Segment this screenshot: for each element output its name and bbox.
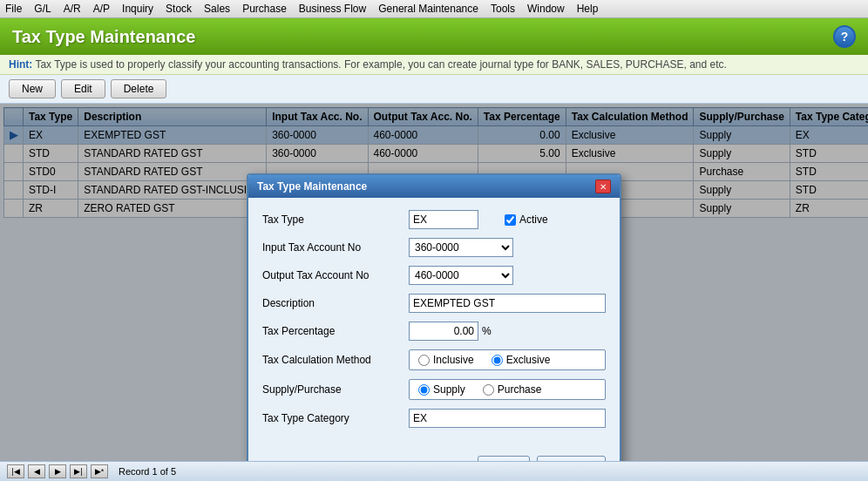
output-acc-row: Output Tax Account No 460-0000 [262,266,606,285]
main-area: Tax Type Description Input Tax Acc. No. … [0,104,868,470]
pct-unit: % [482,325,492,337]
nav-next-button[interactable]: ▶ [49,464,66,478]
purchase-option[interactable]: Purchase [483,383,542,396]
modal-title: Tax Type Maintenance [257,180,367,193]
hint-text: Tax Type is used to properly classify yo… [35,58,727,71]
tax-type-row: Tax Type Active [262,210,606,229]
supply-label: Supply [433,383,465,396]
category-label: Tax Type Category [262,412,402,424]
output-acc-label: Output Tax Account No [262,269,402,281]
menu-inquiry[interactable]: Inquiry [122,3,153,15]
nav-last-button[interactable]: ▶| [70,464,87,478]
supply-radio[interactable] [418,384,430,396]
modal-body: Tax Type Active Input Tax Account No 360… [248,198,620,449]
tax-pct-input[interactable] [409,322,478,341]
menu-stock[interactable]: Stock [166,3,192,15]
menu-help[interactable]: Help [577,3,599,15]
modal-close-button[interactable]: ✕ [595,180,611,193]
purchase-radio[interactable] [483,384,494,396]
calc-method-row: Tax Calculation Method Inclusive Exclusi… [262,349,606,370]
calc-method-group: Inclusive Exclusive [409,349,606,370]
menu-ar[interactable]: A/R [64,3,81,15]
inclusive-radio[interactable] [418,355,430,366]
exclusive-radio[interactable] [492,355,503,366]
menu-bar: File G/L A/R A/P Inquiry Stock Sales Pur… [0,0,868,18]
inclusive-label: Inclusive [433,354,474,366]
supply-purchase-label: Supply/Purchase [262,383,402,396]
page-title: Tax Type Maintenance [12,27,195,47]
new-button[interactable]: New [9,79,56,98]
menu-window[interactable]: Window [527,3,565,15]
output-acc-select[interactable]: 460-0000 [409,266,513,285]
inclusive-option[interactable]: Inclusive [418,354,474,366]
menu-file[interactable]: File [5,3,22,15]
nav-prev-button[interactable]: ◀ [28,464,45,478]
tax-type-input[interactable] [409,210,478,229]
menu-ap[interactable]: A/P [93,3,110,15]
nav-add-button[interactable]: ▶* [91,464,108,478]
calc-method-label: Tax Calculation Method [262,354,402,366]
delete-button[interactable]: Delete [111,79,167,98]
input-acc-select[interactable]: 360-0000 [409,238,513,257]
category-row: Tax Type Category [262,409,606,428]
nav-bar: |◀ ◀ ▶ ▶| ▶* Record 1 of 5 [0,461,868,481]
hint-bar: Hint: Tax Type is used to properly class… [0,55,868,75]
tax-pct-row: Tax Percentage % [262,322,606,341]
pct-input-group: % [409,322,492,341]
modal-dialog: Tax Type Maintenance ✕ Tax Type Active [247,173,621,470]
menu-tools[interactable]: Tools [491,3,515,15]
exclusive-option[interactable]: Exclusive [492,354,551,366]
title-bar: Tax Type Maintenance ? [0,18,868,55]
description-row: Description [262,294,606,313]
supply-purchase-row: Supply/Purchase Supply Purchase [262,379,606,400]
nav-first-button[interactable]: |◀ [7,464,24,478]
exclusive-label: Exclusive [506,354,551,366]
hint-label: Hint: [9,58,32,71]
description-label: Description [262,297,402,309]
record-indicator: Record 1 of 5 [119,466,176,477]
modal-header: Tax Type Maintenance ✕ [248,175,620,198]
supply-purchase-group: Supply Purchase [409,379,606,400]
input-acc-row: Input Tax Account No 360-0000 [262,238,606,257]
tax-pct-label: Tax Percentage [262,325,402,337]
menu-general-maintenance[interactable]: General Maintenance [378,3,478,15]
purchase-label: Purchase [498,383,542,396]
help-button[interactable]: ? [833,25,856,48]
active-checkbox[interactable] [505,214,516,226]
edit-button[interactable]: Edit [61,79,105,98]
active-row: Active [505,213,548,226]
menu-purchase[interactable]: Purchase [242,3,287,15]
description-input[interactable] [409,294,606,313]
supply-option[interactable]: Supply [418,383,465,396]
toolbar: New Edit Delete [0,75,868,104]
menu-sales[interactable]: Sales [204,3,230,15]
tax-type-label: Tax Type [262,213,402,226]
menu-business-flow[interactable]: Business Flow [299,3,366,15]
input-acc-label: Input Tax Account No [262,241,402,254]
modal-overlay: Tax Type Maintenance ✕ Tax Type Active [0,104,868,470]
active-label: Active [519,213,548,226]
menu-gl[interactable]: G/L [34,3,51,15]
category-input[interactable] [409,409,606,428]
